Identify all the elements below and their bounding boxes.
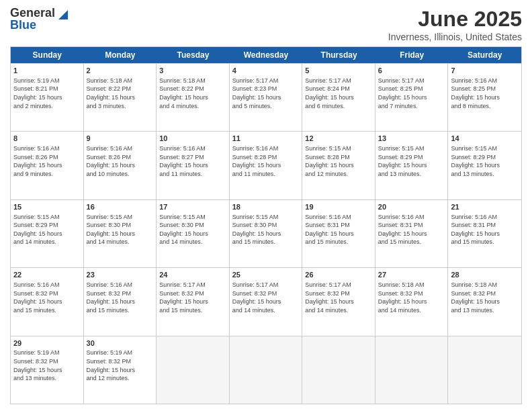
day-number: 12	[305, 134, 372, 144]
header: General Blue June 2025 Inverness, Illino…	[10, 7, 522, 42]
calendar-cell: 23Sunrise: 5:16 AMSunset: 8:32 PMDayligh…	[84, 268, 157, 335]
day-info: Sunrise: 5:18 AMSunset: 8:32 PMDaylight:…	[451, 281, 519, 314]
calendar-cell: 11Sunrise: 5:16 AMSunset: 8:28 PMDayligh…	[230, 132, 303, 199]
calendar-cell: 21Sunrise: 5:16 AMSunset: 8:31 PMDayligh…	[448, 200, 521, 267]
day-number: 6	[378, 66, 445, 76]
day-number: 26	[305, 270, 372, 280]
calendar-cell	[157, 336, 230, 404]
day-number: 21	[451, 202, 519, 212]
logo: General Blue	[10, 7, 68, 32]
day-info: Sunrise: 5:18 AMSunset: 8:22 PMDaylight:…	[159, 77, 226, 110]
day-info: Sunrise: 5:15 AMSunset: 8:30 PMDaylight:…	[87, 213, 154, 246]
day-number: 22	[13, 270, 81, 280]
calendar-cell: 6Sunrise: 5:17 AMSunset: 8:25 PMDaylight…	[375, 64, 449, 131]
calendar-cell: 2Sunrise: 5:18 AMSunset: 8:22 PMDaylight…	[84, 64, 157, 131]
calendar-cell: 7Sunrise: 5:16 AMSunset: 8:25 PMDaylight…	[448, 64, 521, 131]
calendar-cell: 20Sunrise: 5:16 AMSunset: 8:31 PMDayligh…	[375, 200, 449, 267]
day-number: 3	[159, 66, 226, 76]
day-number: 24	[159, 270, 226, 280]
calendar-cell: 17Sunrise: 5:15 AMSunset: 8:30 PMDayligh…	[157, 200, 230, 267]
day-info: Sunrise: 5:17 AMSunset: 8:32 PMDaylight:…	[305, 281, 372, 314]
header-day-monday: Monday	[84, 47, 157, 63]
calendar-cell: 5Sunrise: 5:17 AMSunset: 8:24 PMDaylight…	[302, 64, 375, 131]
header-day-thursday: Thursday	[302, 47, 375, 63]
day-info: Sunrise: 5:15 AMSunset: 8:28 PMDaylight:…	[305, 144, 372, 178]
header-day-wednesday: Wednesday	[230, 47, 303, 63]
calendar-cell: 10Sunrise: 5:16 AMSunset: 8:27 PMDayligh…	[157, 132, 230, 199]
day-info: Sunrise: 5:16 AMSunset: 8:31 PMDaylight:…	[305, 213, 372, 246]
calendar-cell: 28Sunrise: 5:18 AMSunset: 8:32 PMDayligh…	[448, 268, 521, 335]
calendar-cell	[230, 336, 303, 404]
calendar-cell: 30Sunrise: 5:19 AMSunset: 8:32 PMDayligh…	[84, 336, 157, 404]
calendar-cell: 19Sunrise: 5:16 AMSunset: 8:31 PMDayligh…	[302, 200, 375, 267]
day-number: 11	[232, 134, 300, 144]
calendar-cell	[302, 336, 375, 404]
calendar-row-3: 15Sunrise: 5:15 AMSunset: 8:29 PMDayligh…	[11, 199, 521, 267]
calendar-cell: 1Sunrise: 5:19 AMSunset: 8:21 PMDaylight…	[11, 64, 84, 131]
calendar: SundayMondayTuesdayWednesdayThursdayFrid…	[10, 46, 522, 404]
subtitle: Inverness, Illinois, United States	[388, 32, 522, 42]
day-info: Sunrise: 5:15 AMSunset: 8:30 PMDaylight:…	[232, 213, 300, 246]
calendar-cell: 16Sunrise: 5:15 AMSunset: 8:30 PMDayligh…	[84, 200, 157, 267]
day-number: 5	[305, 66, 372, 76]
day-info: Sunrise: 5:16 AMSunset: 8:26 PMDaylight:…	[87, 144, 154, 178]
day-info: Sunrise: 5:15 AMSunset: 8:29 PMDaylight:…	[378, 144, 445, 178]
day-number: 30	[87, 338, 154, 349]
day-info: Sunrise: 5:16 AMSunset: 8:28 PMDaylight:…	[232, 144, 300, 178]
day-info: Sunrise: 5:18 AMSunset: 8:32 PMDaylight:…	[378, 281, 445, 314]
header-day-friday: Friday	[375, 47, 449, 63]
svg-marker-0	[58, 10, 68, 19]
day-number: 4	[232, 66, 300, 76]
day-info: Sunrise: 5:17 AMSunset: 8:25 PMDaylight:…	[378, 77, 445, 110]
header-day-sunday: Sunday	[11, 47, 84, 63]
calendar-row-4: 22Sunrise: 5:16 AMSunset: 8:32 PMDayligh…	[11, 267, 521, 335]
calendar-cell: 24Sunrise: 5:17 AMSunset: 8:32 PMDayligh…	[157, 268, 230, 335]
calendar-cell: 12Sunrise: 5:15 AMSunset: 8:28 PMDayligh…	[302, 132, 375, 199]
calendar-row-5: 29Sunrise: 5:19 AMSunset: 8:32 PMDayligh…	[11, 336, 521, 404]
day-number: 17	[159, 202, 226, 212]
calendar-row-2: 8Sunrise: 5:16 AMSunset: 8:26 PMDaylight…	[11, 131, 521, 199]
day-number: 16	[87, 202, 154, 212]
day-info: Sunrise: 5:16 AMSunset: 8:31 PMDaylight:…	[378, 213, 445, 246]
calendar-cell: 8Sunrise: 5:16 AMSunset: 8:26 PMDaylight…	[11, 132, 84, 199]
calendar-cell: 3Sunrise: 5:18 AMSunset: 8:22 PMDaylight…	[157, 64, 230, 131]
day-number: 9	[87, 134, 154, 144]
calendar-cell: 18Sunrise: 5:15 AMSunset: 8:30 PMDayligh…	[230, 200, 303, 267]
day-number: 8	[13, 134, 81, 144]
day-number: 25	[232, 270, 300, 280]
calendar-cell: 15Sunrise: 5:15 AMSunset: 8:29 PMDayligh…	[11, 200, 84, 267]
title-block: June 2025 Inverness, Illinois, United St…	[388, 7, 522, 42]
day-number: 14	[451, 134, 519, 144]
calendar-cell	[448, 336, 521, 404]
header-day-saturday: Saturday	[448, 47, 521, 63]
day-info: Sunrise: 5:17 AMSunset: 8:24 PMDaylight:…	[305, 77, 372, 110]
calendar-cell: 13Sunrise: 5:15 AMSunset: 8:29 PMDayligh…	[375, 132, 449, 199]
calendar-cell	[375, 336, 449, 404]
day-number: 7	[451, 66, 519, 76]
day-number: 20	[378, 202, 445, 212]
calendar-cell: 9Sunrise: 5:16 AMSunset: 8:26 PMDaylight…	[84, 132, 157, 199]
day-info: Sunrise: 5:17 AMSunset: 8:32 PMDaylight:…	[232, 281, 300, 314]
calendar-body: 1Sunrise: 5:19 AMSunset: 8:21 PMDaylight…	[11, 63, 521, 404]
calendar-cell: 22Sunrise: 5:16 AMSunset: 8:32 PMDayligh…	[11, 268, 84, 335]
day-number: 29	[13, 338, 81, 349]
day-info: Sunrise: 5:16 AMSunset: 8:26 PMDaylight:…	[13, 144, 81, 178]
day-info: Sunrise: 5:19 AMSunset: 8:32 PMDaylight:…	[87, 349, 154, 382]
day-info: Sunrise: 5:16 AMSunset: 8:32 PMDaylight:…	[87, 281, 154, 314]
day-number: 1	[13, 66, 81, 76]
day-info: Sunrise: 5:16 AMSunset: 8:32 PMDaylight:…	[13, 281, 81, 314]
day-number: 28	[451, 270, 519, 280]
day-info: Sunrise: 5:18 AMSunset: 8:22 PMDaylight:…	[87, 77, 154, 110]
day-number: 18	[232, 202, 300, 212]
day-number: 23	[87, 270, 154, 280]
day-info: Sunrise: 5:16 AMSunset: 8:27 PMDaylight:…	[159, 144, 226, 178]
day-info: Sunrise: 5:17 AMSunset: 8:32 PMDaylight:…	[159, 281, 226, 314]
calendar-cell: 4Sunrise: 5:17 AMSunset: 8:23 PMDaylight…	[230, 64, 303, 131]
day-info: Sunrise: 5:15 AMSunset: 8:30 PMDaylight:…	[159, 213, 226, 246]
day-number: 19	[305, 202, 372, 212]
day-info: Sunrise: 5:15 AMSunset: 8:29 PMDaylight:…	[451, 144, 519, 178]
logo-arrow-icon	[56, 7, 68, 19]
day-info: Sunrise: 5:15 AMSunset: 8:29 PMDaylight:…	[13, 213, 81, 246]
page: General Blue June 2025 Inverness, Illino…	[0, 0, 532, 411]
day-info: Sunrise: 5:19 AMSunset: 8:21 PMDaylight:…	[13, 77, 81, 110]
